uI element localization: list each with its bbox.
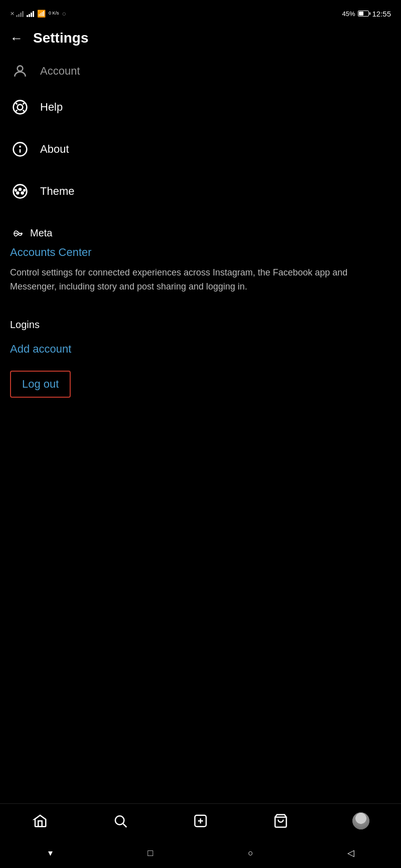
sys-nav-circle[interactable]: ○	[238, 843, 263, 863]
sync-icon: ○	[62, 10, 66, 18]
create-icon	[193, 813, 208, 828]
nav-search[interactable]	[108, 811, 133, 831]
system-nav: ▾ □ ○ ◁	[0, 838, 401, 868]
svg-point-11	[17, 192, 19, 194]
status-left: ✕ 📶 0 K/s ○	[10, 10, 66, 18]
svg-line-17	[123, 824, 127, 827]
accounts-center-desc: Control settings for connected experienc…	[10, 266, 391, 294]
battery-icon	[358, 11, 369, 17]
bottom-nav	[0, 803, 401, 838]
battery-percent: 45%	[342, 10, 355, 18]
home-icon	[33, 813, 48, 828]
svg-line-3	[16, 103, 18, 105]
about-label: About	[40, 143, 69, 156]
account-label: Account	[40, 65, 80, 78]
nav-shop[interactable]	[268, 811, 293, 831]
theme-icon	[10, 181, 30, 201]
sys-nav-triangle[interactable]: ◁	[338, 843, 363, 863]
meta-logo-row: Meta	[10, 227, 391, 239]
svg-point-2	[18, 105, 23, 110]
logins-section: Logins Add account Log out	[0, 299, 401, 403]
logout-button[interactable]: Log out	[10, 371, 71, 398]
nav-create[interactable]	[188, 811, 213, 831]
meta-infinity-icon	[10, 229, 26, 238]
theme-item[interactable]: Theme	[10, 170, 391, 212]
theme-label: Theme	[40, 185, 74, 198]
svg-line-5	[16, 110, 18, 112]
page-title: Settings	[33, 30, 88, 46]
sys-nav-down[interactable]: ▾	[38, 843, 63, 863]
account-icon	[10, 61, 30, 81]
logins-label: Logins	[10, 319, 391, 331]
help-icon	[10, 97, 30, 117]
status-bar: ✕ 📶 0 K/s ○ 45% 12:55	[0, 0, 401, 25]
wifi-icon: 📶	[37, 10, 46, 18]
settings-header: ← Settings	[0, 25, 401, 56]
svg-line-6	[23, 103, 25, 105]
shop-icon	[273, 813, 288, 828]
nav-home[interactable]	[28, 811, 53, 831]
svg-point-16	[115, 816, 124, 825]
svg-point-15	[24, 190, 25, 191]
sys-nav-square[interactable]: □	[138, 843, 163, 863]
meta-section: Meta Accounts Center Control settings fo…	[0, 212, 401, 299]
status-right: 45% 12:55	[342, 10, 391, 18]
svg-line-4	[23, 110, 25, 112]
svg-point-14	[15, 190, 17, 191]
svg-point-0	[18, 66, 23, 71]
data-indicator: 0 K/s	[49, 11, 59, 16]
meta-label: Meta	[30, 227, 52, 239]
help-label: Help	[40, 101, 63, 114]
search-icon	[113, 813, 128, 828]
svg-point-13	[19, 188, 21, 190]
add-account-link[interactable]: Add account	[10, 343, 391, 356]
settings-list: Help About Theme	[0, 86, 401, 212]
profile-avatar	[352, 812, 369, 829]
about-item[interactable]: About	[10, 128, 391, 170]
account-item-partial[interactable]: Account	[0, 56, 401, 86]
time-display: 12:55	[372, 10, 391, 18]
signal-x-icon: ✕	[10, 10, 24, 17]
about-icon	[10, 139, 30, 159]
back-button[interactable]: ←	[10, 32, 23, 45]
signal-bars-icon	[27, 10, 34, 17]
accounts-center-link[interactable]: Accounts Center	[10, 246, 391, 259]
help-item[interactable]: Help	[10, 86, 391, 128]
svg-point-12	[22, 192, 24, 194]
nav-profile[interactable]	[348, 811, 373, 831]
